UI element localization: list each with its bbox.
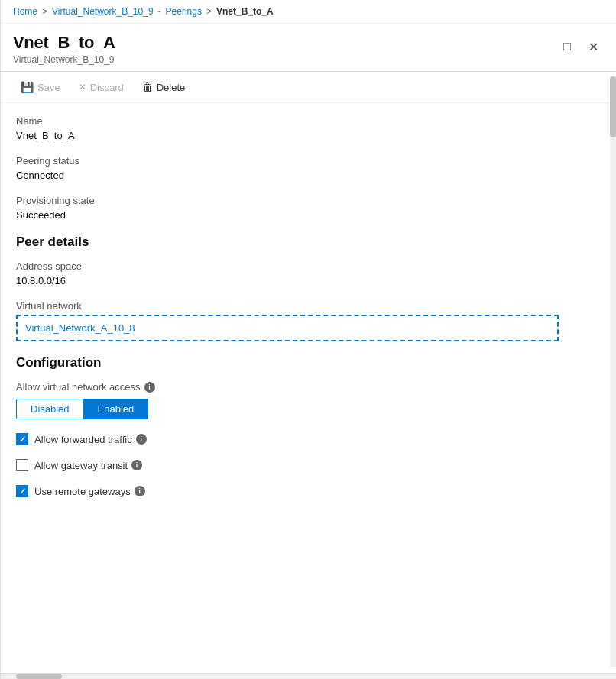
use-remote-check-icon: ✓ <box>19 487 26 496</box>
bottom-scrollbar-thumb[interactable] <box>16 674 62 679</box>
allow-gateway-label: Allow gateway transit i <box>34 460 142 471</box>
virtual-network-link[interactable]: Virtual_Network_A_10_8 <box>16 315 559 341</box>
allow-forwarded-row: ✓ Allow forwarded traffic i <box>16 433 601 445</box>
scrollbar-thumb[interactable] <box>610 76 616 137</box>
disabled-toggle-button[interactable]: Disabled <box>16 399 83 419</box>
virtual-network-group: Virtual network Virtual_Network_A_10_8 <box>16 300 601 341</box>
address-space-group: Address space 10.8.0.0/16 <box>16 260 601 286</box>
allow-gateway-row: Allow gateway transit i <box>16 459 601 471</box>
allow-gateway-checkbox[interactable] <box>16 459 28 471</box>
breadcrumb-network[interactable]: Virtual_Network_B_10_9 <box>52 6 154 17</box>
allow-access-info-icon[interactable]: i <box>144 382 155 393</box>
access-toggle-group: Disabled Enabled <box>16 399 601 419</box>
discard-label: Discard <box>90 82 124 93</box>
breadcrumb-sep-3: > <box>206 6 212 17</box>
delete-button[interactable]: 🗑 Delete <box>135 78 193 96</box>
configuration-title: Configuration <box>16 355 601 370</box>
allow-forwarded-label: Allow forwarded traffic i <box>34 434 147 445</box>
breadcrumb-sep-2: - <box>158 6 161 17</box>
discard-icon: ✕ <box>79 82 86 92</box>
delete-label: Delete <box>157 82 186 93</box>
content-area: Name Vnet_B_to_A Peering status Connecte… <box>1 103 616 673</box>
discard-button[interactable]: ✕ Discard <box>71 79 131 96</box>
provisioning-state-value: Succeeded <box>16 209 601 221</box>
name-field-group: Name Vnet_B_to_A <box>16 115 601 141</box>
toolbar: 💾 Save ✕ Discard 🗑 Delete <box>1 72 616 103</box>
bottom-scrollbar[interactable] <box>1 673 616 679</box>
allow-forwarded-checkbox[interactable]: ✓ <box>16 433 28 445</box>
enabled-toggle-button[interactable]: Enabled <box>83 399 149 419</box>
peering-status-label: Peering status <box>16 155 601 167</box>
use-remote-checkbox[interactable]: ✓ <box>16 485 28 497</box>
maximize-button[interactable]: □ <box>556 36 578 57</box>
save-button[interactable]: 💾 Save <box>13 78 68 96</box>
use-remote-label: Use remote gateways i <box>34 486 145 497</box>
panel: Home > Virtual_Network_B_10_9 - Peerings… <box>0 0 616 679</box>
name-label: Name <box>16 115 601 127</box>
peering-status-group: Peering status Connected <box>16 155 601 181</box>
breadcrumb-peerings[interactable]: Peerings <box>166 6 202 17</box>
panel-subtitle: Virtual_Network_B_10_9 <box>13 54 115 65</box>
peer-details-title: Peer details <box>16 234 601 250</box>
use-remote-info-icon[interactable]: i <box>135 486 145 496</box>
breadcrumb: Home > Virtual_Network_B_10_9 - Peerings… <box>1 0 616 24</box>
breadcrumb-home[interactable]: Home <box>13 6 37 17</box>
name-value: Vnet_B_to_A <box>16 130 601 141</box>
panel-title: Vnet_B_to_A <box>13 33 115 53</box>
delete-icon: 🗑 <box>142 81 153 93</box>
scrollbar-track[interactable] <box>610 76 616 667</box>
peering-status-value: Connected <box>16 170 601 181</box>
breadcrumb-sep-1: > <box>42 6 47 17</box>
provisioning-state-label: Provisioning state <box>16 195 601 206</box>
address-space-label: Address space <box>16 260 601 272</box>
save-label: Save <box>37 82 60 93</box>
virtual-network-label: Virtual network <box>16 300 601 312</box>
panel-header: Vnet_B_to_A Virtual_Network_B_10_9 □ ✕ <box>1 24 616 72</box>
address-space-value: 10.8.0.0/16 <box>16 275 601 286</box>
allow-forwarded-check-icon: ✓ <box>19 435 26 444</box>
allow-access-label: Allow virtual network access i <box>16 381 601 393</box>
save-icon: 💾 <box>21 81 34 93</box>
breadcrumb-current: Vnet_B_to_A <box>216 6 274 17</box>
use-remote-row: ✓ Use remote gateways i <box>16 485 601 497</box>
provisioning-state-group: Provisioning state Succeeded <box>16 195 601 221</box>
allow-forwarded-info-icon[interactable]: i <box>136 434 147 445</box>
close-button[interactable]: ✕ <box>582 36 604 57</box>
allow-gateway-info-icon[interactable]: i <box>131 460 142 470</box>
